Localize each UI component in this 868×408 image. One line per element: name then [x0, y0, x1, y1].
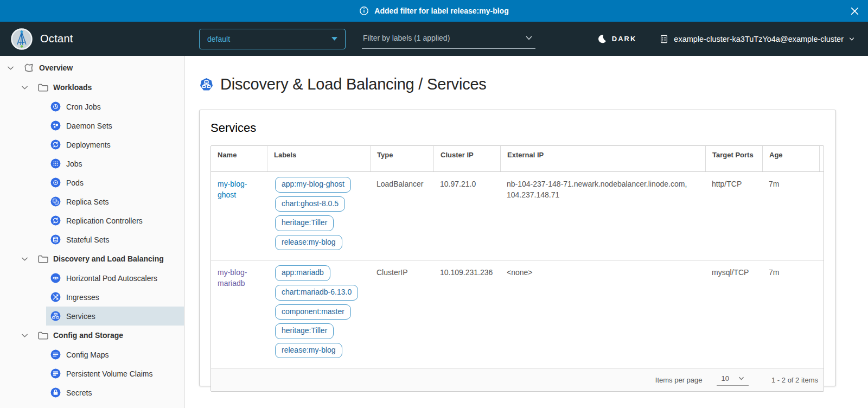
sidebar-group-discovery-and-load-balancing[interactable]: Discovery and Load Balancing: [0, 249, 184, 269]
services-heptagon-icon: [199, 77, 214, 92]
sidebar-item-deployments[interactable]: Deployments: [46, 135, 184, 154]
folder-icon: [37, 330, 48, 341]
app-name: Octant: [40, 33, 73, 45]
replicasets-icon: [50, 196, 61, 207]
hpa-icon: [50, 273, 61, 283]
label-chip[interactable]: heritage:Tiller: [275, 215, 334, 231]
cell-target-ports: mysql/TCP: [705, 260, 762, 368]
cell-type: LoadBalancer: [370, 172, 433, 260]
cell-age: 7m: [762, 260, 819, 368]
table-row: my-blog-mariadb app:mariadbchart:mariadb…: [211, 260, 824, 368]
sidebar-item-label: Stateful Sets: [66, 235, 109, 244]
label-chip[interactable]: chart:mariadb-6.13.0: [275, 285, 358, 301]
cell-external-ip: nb-104-237-148-71.newark.nodebalancer.li…: [500, 172, 705, 260]
sidebar-group-workloads[interactable]: Workloads: [0, 78, 184, 97]
moon-icon: [597, 34, 607, 43]
sidebar-item-persistent-volume-claims[interactable]: Persistent Volume Claims: [46, 364, 184, 383]
sidebar-item-config-maps[interactable]: Config Maps: [46, 345, 184, 364]
sidebar: Overview Workloads Cron Jobs Daemon Sets…: [0, 56, 184, 408]
sidebar-item-label: Config Maps: [66, 350, 109, 359]
label-chip[interactable]: chart:ghost-8.0.5: [275, 196, 345, 212]
sidebar-item-label: Secrets: [66, 388, 92, 397]
column-header-labels: Labels: [267, 146, 370, 171]
table-footer: Items per page 10 1 - 2 of 2 items: [211, 368, 824, 391]
label-chip[interactable]: heritage:Tiller: [275, 323, 334, 339]
namespace-select[interactable]: default: [199, 29, 346, 49]
services-table: Name Labels Type Cluster IP External IP …: [210, 145, 824, 392]
pods-icon: [50, 177, 61, 188]
info-icon: [359, 6, 369, 16]
cell-cluster-ip: 10.97.21.0: [433, 172, 500, 260]
octant-logo-icon: [11, 28, 33, 50]
sidebar-item-label: Horizontal Pod Autoscalers: [66, 274, 157, 283]
filter-label: Filter by labels (1 applied): [363, 34, 450, 42]
sidebar-item-stateful-sets[interactable]: Stateful Sets: [46, 230, 184, 249]
services-card: Services Name Labels Type Cluster IP Ext…: [199, 110, 836, 386]
daemonsets-icon: [50, 120, 61, 131]
cell-name: my-blog-mariadb: [211, 260, 267, 368]
cluster-icon: [659, 34, 669, 44]
service-name-link[interactable]: my-blog-mariadb: [218, 268, 247, 288]
card-title: Services: [210, 121, 825, 135]
dark-theme-toggle[interactable]: DARK: [597, 34, 637, 43]
brand: Octant: [11, 28, 199, 50]
sidebar-item-pods[interactable]: Pods: [46, 173, 184, 192]
notification-bar: Added filter for label release:my-blog: [0, 0, 868, 22]
sidebar-group-config-and-storage[interactable]: Config and Storage: [0, 326, 184, 345]
cell-target-ports: http/TCP: [705, 172, 762, 260]
column-header-type: Type: [370, 146, 433, 171]
sidebar-item-overview[interactable]: Overview: [0, 58, 184, 78]
replicationcontrollers-icon: [50, 215, 61, 226]
label-chip[interactable]: release:my-blog: [275, 235, 342, 251]
sidebar-item-cron-jobs[interactable]: Cron Jobs: [46, 97, 184, 116]
sidebar-groups: Workloads Cron Jobs Daemon Sets Deployme…: [0, 78, 184, 402]
table-header: Name Labels Type Cluster IP External IP …: [211, 146, 824, 172]
sidebar-item-jobs[interactable]: Jobs: [46, 154, 184, 173]
items-per-page-value: 10: [722, 374, 729, 382]
cluster-selector[interactable]: example-cluster-ka3TuTzYo4a@example-clus…: [659, 34, 855, 44]
sidebar-item-label: Jobs: [66, 160, 82, 168]
overview-icon: [23, 62, 34, 73]
sidebar-item-label: Daemon Sets: [66, 122, 112, 130]
sidebar-item-daemon-sets[interactable]: Daemon Sets: [46, 116, 184, 135]
sidebar-item-label: Replica Sets: [66, 197, 109, 206]
sidebar-item-label: Services: [66, 312, 95, 321]
cell-type: ClusterIP: [370, 260, 433, 368]
chevron-down-icon: [848, 36, 855, 42]
chevron-down-icon[interactable]: [21, 331, 29, 340]
cell-spacer: [819, 260, 832, 368]
items-per-page-select[interactable]: 10: [717, 374, 749, 386]
statefulsets-icon: [50, 234, 61, 245]
column-header-name: Name: [211, 146, 267, 171]
caret-down-icon: [331, 37, 337, 41]
cell-age: 7m: [762, 172, 819, 260]
column-header-cluster-ip: Cluster IP: [433, 146, 500, 171]
cell-name: my-blog-ghost: [211, 172, 267, 260]
chevron-down-icon[interactable]: [7, 64, 15, 72]
label-chip[interactable]: component:master: [275, 304, 351, 320]
label-chip[interactable]: app:my-blog-ghost: [275, 177, 351, 193]
app-header: Octant default Filter by labels (1 appli…: [0, 22, 868, 56]
pvc-icon: [50, 368, 61, 379]
label-chip[interactable]: release:my-blog: [275, 343, 342, 359]
sidebar-item-services[interactable]: Services: [46, 307, 184, 326]
cluster-name: example-cluster-ka3TuTzYo4a@example-clus…: [674, 35, 844, 43]
sidebar-item-label: Deployments: [66, 141, 111, 149]
label-chip[interactable]: app:mariadb: [275, 265, 330, 281]
ingresses-icon: [50, 292, 61, 302]
sidebar-item-replication-controllers[interactable]: Replication Controllers: [46, 211, 184, 230]
chevron-down-icon[interactable]: [21, 255, 29, 263]
cell-external-ip: <none>: [500, 260, 705, 368]
sidebar-item-horizontal-pod-autoscalers[interactable]: Horizontal Pod Autoscalers: [46, 269, 184, 288]
page-title-block: Discovery & Load Balancing / Services: [199, 75, 868, 93]
cell-labels: app:mariadbchart:mariadb-6.13.0component…: [267, 260, 370, 368]
chevron-down-icon: [525, 34, 533, 42]
sidebar-item-ingresses[interactable]: Ingresses: [46, 288, 184, 307]
sidebar-item-secrets[interactable]: Secrets: [46, 383, 184, 402]
sidebar-item-replica-sets[interactable]: Replica Sets: [46, 192, 184, 211]
filter-by-labels-input[interactable]: Filter by labels (1 applied): [362, 29, 535, 49]
chevron-down-icon[interactable]: [21, 84, 29, 92]
service-name-link[interactable]: my-blog-ghost: [218, 180, 247, 199]
close-icon[interactable]: [851, 7, 859, 15]
column-header-age: Age: [762, 146, 819, 171]
